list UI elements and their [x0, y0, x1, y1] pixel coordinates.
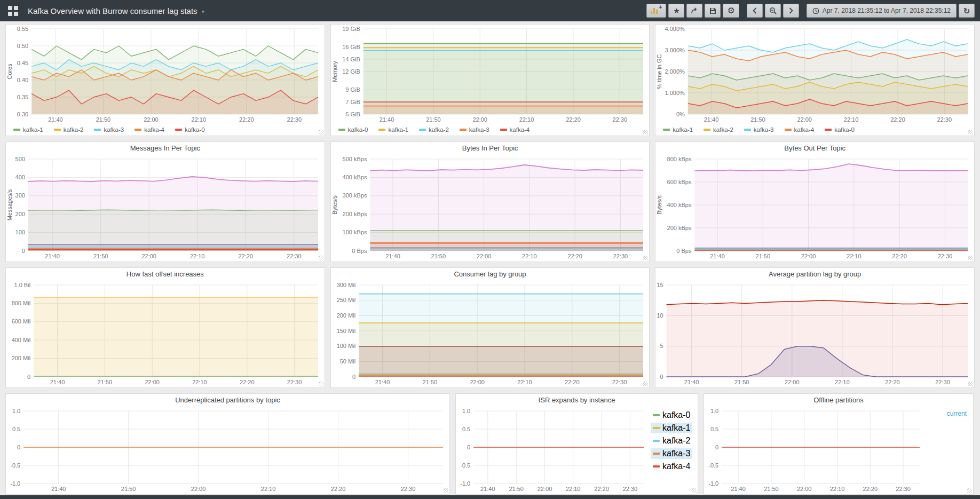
svg-text:22:10: 22:10	[847, 253, 862, 259]
panel-resize-handle[interactable]	[643, 130, 648, 134]
svg-text:300 kBps: 300 kBps	[342, 192, 367, 199]
dashboard-title: Kafka Overview with Burrow consumer lag …	[28, 6, 197, 15]
save-button[interactable]	[705, 4, 721, 18]
panel-title[interactable]: Bytes In Per Topic	[331, 142, 650, 155]
svg-text:22:20: 22:20	[891, 116, 906, 123]
legend-item-kafka-3[interactable]: kafka-3	[742, 126, 776, 133]
svg-text:21:50: 21:50	[426, 116, 441, 123]
panel-resize-handle[interactable]	[319, 130, 323, 134]
chart-canvas[interactable]: 21:4021:5022:0022:1022:2022:30-1.0-0.500…	[456, 407, 651, 494]
legend-item-kafka-2[interactable]: kafka-2	[701, 126, 736, 133]
svg-text:500: 500	[15, 156, 25, 162]
add-panel-button[interactable]: +	[646, 4, 666, 18]
panel-resize-handle[interactable]	[968, 130, 973, 134]
legend-item-kafka-4[interactable]: kafka-4	[498, 126, 532, 133]
svg-text:12 GiB: 12 GiB	[342, 68, 360, 75]
svg-text:16 GiB: 16 GiB	[342, 44, 360, 50]
legend-color-icon	[135, 129, 141, 131]
panel-title[interactable]: Messages In Per Topic	[6, 142, 325, 155]
refresh-button[interactable]: ↻	[959, 4, 975, 18]
legend-item-kafka-4[interactable]: kafka-4	[132, 126, 167, 133]
chart-canvas[interactable]: 21:4021:5022:0022:1022:2022:300.300.350.…	[6, 25, 325, 125]
legend-header-current[interactable]: current	[947, 410, 967, 417]
legend-item-kafka-4[interactable]: kafka-4	[783, 126, 817, 133]
caret-down-icon: ▾	[202, 7, 204, 14]
legend-item-kafka-0[interactable]: kafka-0	[823, 126, 857, 133]
navbar-right: + ★ ⚙	[644, 4, 975, 18]
legend-item-kafka-0[interactable]: kafka-0	[651, 410, 692, 421]
dashboard-title-dropdown[interactable]: Kafka Overview with Burrow consumer lag …	[28, 6, 204, 15]
share-button[interactable]	[686, 4, 702, 18]
time-range-picker-button[interactable]: Apr 7, 2018 21:35:12 to Apr 7, 2018 22:3…	[807, 4, 957, 18]
legend: kafka-0kafka-1kafka-2kafka-3kafka-4	[651, 407, 698, 494]
star-button[interactable]: ★	[668, 4, 684, 18]
legend-label: kafka-1	[23, 126, 43, 133]
panel-title[interactable]: Average partition lag by group	[655, 268, 974, 281]
panel-title[interactable]: How fast offset increases	[6, 268, 325, 281]
chart-canvas[interactable]: 21:4021:5022:0022:1022:2022:300100200300…	[6, 155, 325, 262]
panel-resize-handle[interactable]	[643, 256, 648, 260]
legend-item-kafka-1[interactable]: kafka-1	[661, 126, 695, 133]
svg-text:22:20: 22:20	[238, 253, 253, 259]
chart-canvas[interactable]: 21:4021:5022:0022:1022:2022:300 Bps100 k…	[331, 155, 650, 262]
svg-text:22:20: 22:20	[565, 379, 580, 385]
legend-item-kafka-2[interactable]: kafka-2	[651, 435, 692, 446]
share-icon	[691, 7, 698, 14]
svg-text:19 GiB: 19 GiB	[342, 26, 360, 32]
chart-canvas[interactable]: 21:4021:5022:0022:1022:2022:305 GiB7 GiB…	[331, 25, 650, 125]
svg-text:22:10: 22:10	[519, 116, 534, 123]
panel-title[interactable]: Bytes Out Per Topic	[655, 142, 974, 155]
legend-label: kafka-3	[662, 449, 690, 458]
panel-resize-handle[interactable]	[643, 382, 648, 386]
chart-canvas[interactable]: 21:4021:5022:0022:1022:2022:30-1.0-0.500…	[6, 407, 449, 494]
legend-item-kafka-0[interactable]: kafka-0	[336, 126, 370, 133]
chart-canvas[interactable]: 21:4021:5022:0022:1022:2022:30-1.0-0.500…	[704, 407, 926, 494]
chart-canvas[interactable]: 21:4021:5022:0022:1022:2022:300 Bps200 k…	[655, 155, 974, 262]
svg-text:22:20: 22:20	[239, 116, 254, 123]
panel-resize-handle[interactable]	[968, 382, 973, 386]
legend: current	[926, 407, 973, 494]
chart-canvas[interactable]: 21:4021:5022:0022:1022:2022:300200 Mil40…	[6, 281, 325, 387]
legend-item-kafka-3[interactable]: kafka-3	[651, 448, 692, 459]
panel-body: 21:4021:5022:0022:1022:2022:305 GiB7 GiB…	[331, 25, 650, 125]
svg-text:21:50: 21:50	[93, 253, 108, 259]
panel-resize-handle[interactable]	[968, 256, 973, 260]
panel-title[interactable]: Underreplicated partitions by topic	[6, 394, 449, 407]
svg-text:22:30: 22:30	[287, 116, 302, 123]
panel-title[interactable]: ISR expands by instance	[456, 394, 698, 407]
legend-item-kafka-1[interactable]: kafka-1	[376, 126, 410, 133]
dashboards-menu-button[interactable]	[4, 2, 21, 19]
svg-text:22:30: 22:30	[936, 379, 951, 385]
panel-resize-handle[interactable]	[444, 488, 448, 493]
legend-item-kafka-1[interactable]: kafka-1	[11, 126, 45, 133]
panel-title[interactable]: Offline partitions	[704, 394, 973, 407]
legend-color-icon	[175, 129, 182, 131]
panel-body: 21:4021:5022:0022:1022:2022:300100200300…	[6, 155, 325, 262]
svg-text:400 Mil: 400 Mil	[12, 337, 30, 343]
legend-item-kafka-2[interactable]: kafka-2	[52, 126, 86, 133]
time-back-button[interactable]	[747, 4, 763, 18]
legend-item-kafka-2[interactable]: kafka-2	[417, 126, 451, 133]
settings-button[interactable]: ⚙	[723, 4, 739, 18]
legend-label: kafka-0	[834, 126, 855, 133]
legend-item-kafka-3[interactable]: kafka-3	[457, 126, 492, 133]
legend-item-kafka-0[interactable]: kafka-0	[173, 126, 207, 133]
panel-resize-handle[interactable]	[319, 382, 323, 386]
time-forward-button[interactable]	[783, 4, 799, 18]
legend-item-kafka-3[interactable]: kafka-3	[92, 126, 126, 133]
panel-resize-handle[interactable]	[692, 488, 697, 493]
zoom-out-button[interactable]	[765, 4, 781, 18]
legend-item-kafka-4[interactable]: kafka-4	[651, 461, 692, 472]
legend-item-kafka-1[interactable]: kafka-1	[651, 423, 692, 433]
svg-text:100 kBps: 100 kBps	[342, 229, 367, 235]
chart-canvas[interactable]: 21:4021:5022:0022:1022:2022:300%1.000%2.…	[655, 25, 974, 125]
panel-resize-handle[interactable]	[967, 488, 972, 493]
panel-resize-handle[interactable]	[319, 256, 323, 260]
panel-body: 21:4021:5022:0022:1022:2022:300200 Mil40…	[6, 281, 325, 387]
svg-text:22:10: 22:10	[261, 486, 276, 492]
panel-title[interactable]: Consumer lag by group	[331, 268, 650, 281]
chart-canvas[interactable]: 21:4021:5022:0022:1022:2022:30050 Mil100…	[331, 281, 650, 387]
dashboard-row: Underreplicated partitions by topic21:40…	[5, 393, 975, 495]
chart-canvas[interactable]: 21:4021:5022:0022:1022:2022:30051015	[655, 281, 974, 387]
svg-text:Messages/s: Messages/s	[6, 189, 13, 220]
